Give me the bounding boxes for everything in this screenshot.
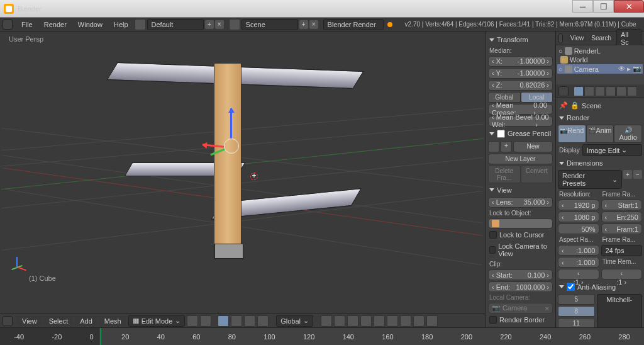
aa-11[interactable]: 11 bbox=[558, 318, 595, 327]
shading-mode-icon[interactable] bbox=[187, 315, 198, 327]
aspect-x-field[interactable]: ‹:1.000 bbox=[558, 245, 599, 256]
layers-icon[interactable] bbox=[334, 315, 345, 327]
scene-select[interactable]: Scene bbox=[242, 19, 298, 30]
context-render-icon[interactable] bbox=[574, 86, 584, 96]
del-scene-button[interactable]: × bbox=[309, 20, 318, 29]
tree-item-camera[interactable]: ○Camera👁 ▸ 📷 bbox=[557, 64, 643, 74]
3d-viewport[interactable]: User Persp bbox=[0, 31, 485, 327]
aa-checkbox[interactable] bbox=[567, 283, 575, 291]
aa-panel-header[interactable]: Anti-Aliasing bbox=[558, 281, 642, 293]
display-select[interactable]: Image Edit⌄ bbox=[582, 144, 642, 156]
aspect-y-field[interactable]: ‹:1.000 bbox=[558, 257, 599, 268]
context-object-icon[interactable] bbox=[616, 86, 626, 96]
mean-crease-field[interactable]: ‹ Mean Crease:0.00 › bbox=[488, 104, 553, 115]
screen-layout-icon[interactable] bbox=[135, 19, 146, 30]
scene-icon[interactable] bbox=[229, 19, 240, 30]
view-panel-header[interactable]: View bbox=[488, 184, 553, 196]
menu-render[interactable]: Render bbox=[39, 20, 72, 30]
audio-button[interactable]: 🔊Audio bbox=[614, 125, 642, 143]
mode-select[interactable]: ▦ Edit Mode⌄ bbox=[128, 315, 186, 327]
anim-button[interactable]: 🎬Anim bbox=[586, 125, 614, 143]
add-layout-button[interactable]: + bbox=[205, 20, 214, 29]
res-pct-field[interactable]: 50% bbox=[558, 223, 599, 234]
lock-camera-check[interactable] bbox=[489, 246, 496, 254]
add-preset-button[interactable]: + bbox=[623, 170, 632, 179]
editor-type-3dview-icon[interactable] bbox=[3, 316, 13, 326]
lock-object-field[interactable] bbox=[488, 218, 553, 229]
layers2-icon[interactable] bbox=[347, 315, 358, 327]
maximize-button[interactable]: ☐ bbox=[593, 0, 614, 13]
context-scene-icon[interactable] bbox=[595, 86, 605, 96]
close-button[interactable]: ✕ bbox=[614, 0, 644, 13]
gp-checkbox[interactable] bbox=[497, 130, 505, 138]
space-global-toggle[interactable]: Global bbox=[488, 92, 521, 103]
gp-add-icon[interactable]: + bbox=[501, 141, 512, 152]
fps-select[interactable]: 24 fps bbox=[601, 245, 643, 256]
gizmo-center[interactable] bbox=[224, 139, 239, 154]
orientation-select[interactable]: Global⌄ bbox=[276, 315, 313, 327]
screen-layout-select[interactable]: Default bbox=[147, 19, 204, 30]
aa-filter-select[interactable]: Mitchell- bbox=[597, 294, 643, 327]
outliner-editor-icon[interactable] bbox=[558, 33, 563, 43]
vertex-select-icon[interactable] bbox=[218, 315, 229, 327]
render-presets-select[interactable]: Render Presets⌄ bbox=[558, 170, 622, 189]
tree-item-renderlayers[interactable]: ○RenderL bbox=[557, 47, 643, 55]
gp-panel-header[interactable]: Grease Pencil bbox=[488, 128, 553, 140]
res-x-field[interactable]: ‹1920 p bbox=[558, 200, 599, 210]
paste-icon[interactable] bbox=[426, 315, 438, 327]
add-scene-button[interactable]: + bbox=[299, 20, 308, 29]
gp-draw-icon[interactable] bbox=[488, 141, 499, 152]
pivot-icon[interactable] bbox=[200, 315, 211, 327]
timeremap-new-field[interactable]: ‹:1 › bbox=[601, 269, 643, 280]
snap-icon[interactable] bbox=[360, 315, 372, 327]
transform-gizmo[interactable] bbox=[224, 139, 243, 157]
3d-menu-mesh[interactable]: Mesh bbox=[99, 316, 126, 326]
scene-name[interactable]: Scene bbox=[582, 102, 601, 110]
minimize-button[interactable]: ─ bbox=[572, 0, 593, 13]
editor-type-icon[interactable] bbox=[3, 20, 13, 30]
timeline-cursor[interactable] bbox=[101, 328, 101, 345]
del-preset-button[interactable]: − bbox=[633, 170, 642, 179]
limit-selection-icon[interactable] bbox=[257, 315, 269, 327]
dimensions-panel-header[interactable]: Dimensions bbox=[558, 157, 642, 169]
timeline-ruler[interactable]: -40-200204060801001201401601802002202402… bbox=[0, 327, 644, 345]
median-y-field[interactable]: ‹ Y:-1.00000 › bbox=[488, 68, 553, 79]
3d-menu-view[interactable]: View bbox=[17, 316, 42, 326]
median-z-field[interactable]: ‹ Z:0.62026 › bbox=[488, 80, 553, 91]
outliner-filter[interactable]: All Sc bbox=[616, 29, 641, 48]
outliner-tree[interactable]: ○RenderL World ○Camera👁 ▸ 📷 bbox=[556, 45, 644, 84]
clip-end-field[interactable]: ‹ End:1000.000 › bbox=[488, 281, 553, 292]
properties-editor-icon[interactable] bbox=[558, 86, 569, 96]
render-border-check[interactable] bbox=[489, 316, 497, 324]
context-world-icon[interactable] bbox=[606, 86, 616, 96]
timeremap-old-field[interactable]: ‹:1 › bbox=[558, 269, 599, 280]
aa-5[interactable]: 5 bbox=[558, 294, 595, 305]
lock-cursor-check[interactable] bbox=[489, 231, 497, 239]
context-constraints-icon[interactable] bbox=[627, 86, 637, 96]
tree-item-world[interactable]: World bbox=[557, 55, 643, 64]
clip-start-field[interactable]: ‹ Start:0.100 › bbox=[488, 269, 553, 280]
lens-field[interactable]: ‹ Lens:35.000 › bbox=[488, 197, 553, 208]
outliner-search[interactable]: Search bbox=[589, 33, 614, 43]
engine-select[interactable]: Blender Render bbox=[323, 19, 384, 30]
copy-icon[interactable] bbox=[413, 315, 425, 327]
frame-start-field[interactable]: ‹Start:1 bbox=[601, 200, 643, 210]
pin-icon[interactable]: 📌 bbox=[559, 101, 568, 110]
face-select-icon[interactable] bbox=[244, 315, 255, 327]
context-layers-icon[interactable] bbox=[584, 86, 594, 96]
render-preview-icon[interactable] bbox=[400, 315, 411, 327]
prop-edit-icon[interactable] bbox=[387, 315, 398, 327]
median-x-field[interactable]: ‹ X:-1.00000 › bbox=[488, 56, 553, 67]
mean-bevel-field[interactable]: ‹ Mean Bevel Wei:0.00 › bbox=[488, 116, 553, 127]
outliner-view[interactable]: View bbox=[568, 33, 587, 43]
gizmo-z-axis[interactable] bbox=[230, 108, 232, 139]
menu-window[interactable]: Window bbox=[73, 20, 108, 30]
menu-help[interactable]: Help bbox=[109, 20, 133, 30]
res-y-field[interactable]: ‹1080 p bbox=[558, 212, 599, 222]
edge-select-icon[interactable] bbox=[231, 315, 242, 327]
3d-menu-add[interactable]: Add bbox=[75, 316, 97, 326]
frame-step-field[interactable]: ‹Fram:1 bbox=[601, 223, 643, 234]
gp-new-layer-button[interactable]: New Layer bbox=[488, 154, 553, 164]
space-local-toggle[interactable]: Local bbox=[521, 92, 553, 103]
del-layout-button[interactable]: × bbox=[215, 20, 224, 29]
